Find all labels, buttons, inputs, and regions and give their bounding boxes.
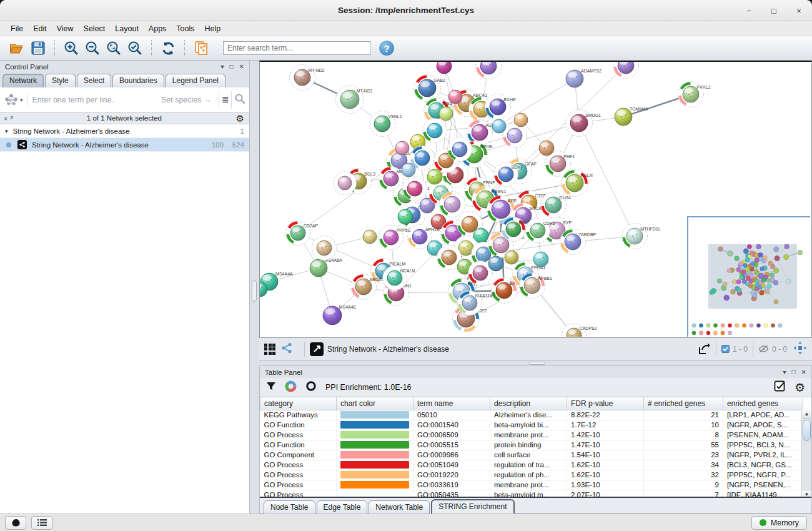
scroll-thumb[interactable]	[803, 420, 811, 441]
network-node[interactable]	[437, 62, 452, 74]
zoom-selected-icon[interactable]	[126, 39, 144, 57]
filter-icon[interactable]	[266, 381, 276, 394]
network-node[interactable]	[402, 163, 415, 177]
welcome-screen-button[interactable]	[5, 516, 26, 530]
settings-gear-icon[interactable]: ⚙	[795, 382, 805, 394]
network-node[interactable]: CD2AP	[286, 221, 319, 246]
save-session-icon[interactable]	[29, 39, 47, 57]
column-header[interactable]: category	[260, 397, 337, 410]
table-row[interactable]: GO FunctionGO:0001540beta-amyloid bi...1…	[260, 420, 803, 430]
network-node[interactable]	[476, 62, 502, 79]
gear-icon[interactable]: ⚙	[236, 114, 244, 123]
column-header[interactable]: term name	[413, 397, 490, 410]
menu-tools[interactable]: Tools	[172, 23, 199, 34]
network-node[interactable]	[448, 137, 472, 162]
table-row[interactable]: KEGG Pathways05010Alzheimer's dise...8.8…	[260, 410, 803, 420]
refresh-icon[interactable]	[159, 39, 177, 57]
tree-expand-icon[interactable]: ▾	[5, 128, 8, 134]
minimize-button[interactable]: −	[745, 6, 753, 16]
memory-button[interactable]: Memory	[751, 516, 807, 530]
scroll-up-icon[interactable]: ▲	[802, 410, 811, 419]
network-row[interactable]: String Network - Alzheimer's disease 100…	[0, 138, 249, 152]
open-session-icon[interactable]	[8, 39, 26, 57]
scroll-down-icon[interactable]: ▼	[802, 490, 811, 498]
column-header[interactable]: chart color	[337, 397, 413, 410]
network-node[interactable]: MT-ND2	[290, 65, 325, 91]
tab-select[interactable]: Select	[77, 74, 111, 87]
table-row[interactable]: GO ProcessGO:0019220regulation of ph...1…	[260, 470, 803, 480]
tab-string-enrichment[interactable]: STRING Enrichment	[431, 499, 514, 515]
float-icon[interactable]: □	[230, 64, 234, 70]
zoom-fit-icon[interactable]	[105, 39, 122, 57]
network-node[interactable]	[312, 236, 337, 261]
close-icon[interactable]: ✕	[801, 369, 806, 375]
collapse-all-icon[interactable]: »	[7, 117, 15, 119]
menu-layout[interactable]: Layout	[111, 23, 143, 34]
export-view-icon[interactable]	[697, 342, 711, 356]
tab-node-table[interactable]: Node Table	[264, 500, 315, 515]
menu-help[interactable]: Help	[201, 23, 225, 34]
network-node[interactable]	[334, 172, 357, 195]
collapse-icon[interactable]: ▾	[221, 64, 224, 70]
network-node[interactable]	[423, 119, 447, 143]
string-logo-icon[interactable]: STRING ▾	[4, 93, 27, 107]
table-row[interactable]: GO ComponentGO:0009986cell surface1.54E-…	[260, 450, 803, 460]
tab-style[interactable]: Style	[45, 74, 76, 87]
horizontal-splitter[interactable]	[259, 360, 812, 365]
tab-network[interactable]: Network	[2, 74, 44, 87]
table-row[interactable]: GO ProcessGO:0033619membrane prot...1.93…	[260, 480, 803, 490]
network-node[interactable]: APBB1	[520, 273, 553, 299]
network-node[interactable]: GAB2	[414, 75, 445, 102]
column-header[interactable]: description	[490, 397, 567, 410]
network-node[interactable]	[427, 169, 442, 184]
menu-file[interactable]: File	[6, 23, 27, 34]
menu-select[interactable]: Select	[79, 23, 110, 34]
network-node[interactable]: RELN	[562, 170, 593, 197]
network-node[interactable]: BCHE	[485, 94, 517, 120]
birdseye-toggle-icon[interactable]	[310, 342, 324, 356]
species-hint[interactable]: Set species →	[161, 96, 217, 104]
string-menu-icon[interactable]: ≡	[222, 94, 229, 106]
network-collection-row[interactable]: ▾ String Network - Alzheimer's disease 1	[0, 124, 249, 138]
collapse-icon[interactable]: ▾	[783, 369, 786, 375]
close-icon[interactable]: ✕	[239, 64, 244, 70]
birds-eye-view[interactable]	[688, 217, 810, 337]
network-node[interactable]: ABCA7	[351, 274, 384, 300]
zoom-in-icon[interactable]	[62, 39, 80, 57]
network-node[interactable]: TARDBP	[560, 229, 597, 255]
table-row[interactable]: GO FunctionGO:0005515protein binding1.47…	[260, 440, 803, 450]
select-all-icon[interactable]	[774, 380, 786, 395]
network-node[interactable]: KIAA1149	[458, 291, 495, 315]
menu-edit[interactable]: Edit	[29, 23, 51, 34]
network-node[interactable]	[492, 119, 506, 133]
network-node[interactable]	[440, 192, 465, 217]
network-node[interactable]	[403, 177, 427, 201]
title-bar[interactable]: Session: /tmp/enrichmentTest.cys −□×	[0, 0, 812, 21]
network-node[interactable]	[539, 141, 554, 156]
network-node[interactable]: CADPS2	[562, 324, 597, 337]
network-node[interactable]: MS4A4E	[323, 305, 357, 325]
table-scrollbar[interactable]: ▲ ▼	[801, 410, 811, 498]
network-node[interactable]	[514, 113, 528, 127]
pan-navigate-icon[interactable]	[793, 341, 807, 357]
network-node[interactable]	[439, 107, 453, 121]
export-network-icon[interactable]	[192, 39, 210, 57]
network-node[interactable]: MTHFD1L	[622, 224, 661, 249]
maximize-button[interactable]: □	[770, 6, 778, 16]
network-node[interactable]: PVRL2	[678, 82, 711, 107]
column-header[interactable]: # enriched genes	[644, 397, 723, 410]
ring-chart-icon[interactable]	[305, 380, 317, 394]
table-row[interactable]: GO ProcessGO:0006509membrane prot...1.42…	[260, 430, 803, 440]
network-node[interactable]: SMUG1	[566, 110, 602, 137]
network-node[interactable]	[613, 62, 639, 79]
network-node[interactable]: MS4A6A	[310, 258, 342, 277]
network-node[interactable]	[505, 251, 518, 264]
tab-boundaries[interactable]: Boundaries	[112, 74, 164, 87]
task-history-button[interactable]	[31, 516, 52, 530]
tab-network-table[interactable]: Network Table	[369, 500, 430, 515]
float-icon[interactable]: □	[792, 369, 796, 375]
network-node[interactable]	[448, 90, 462, 104]
string-term-input[interactable]	[27, 96, 161, 104]
network-node[interactable]	[395, 141, 409, 155]
search-input[interactable]	[223, 41, 370, 55]
